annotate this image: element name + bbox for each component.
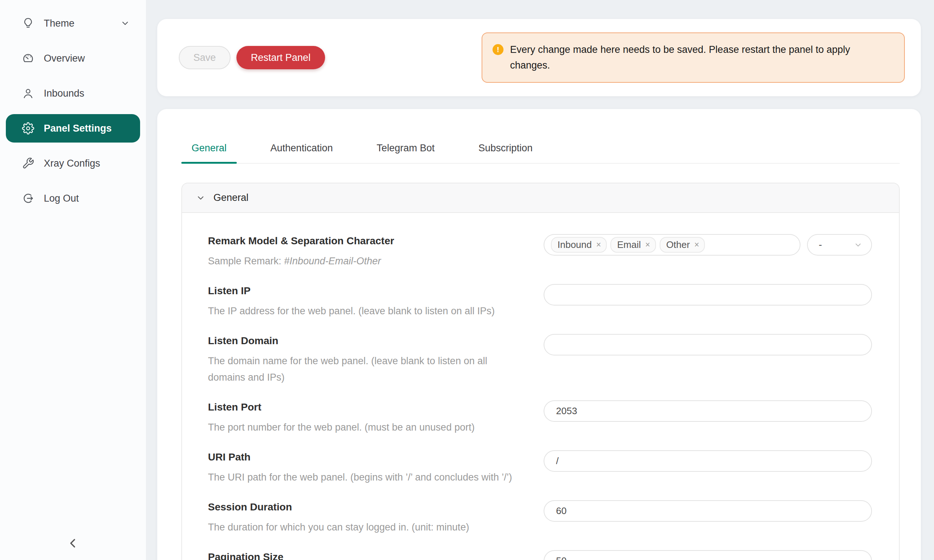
sidebar-item-inbounds[interactable]: Inbounds [6,79,140,108]
lightbulb-icon [22,17,34,29]
close-icon[interactable]: × [645,241,650,249]
user-icon [22,87,34,100]
sidebar-item-overview[interactable]: Overview [6,44,140,72]
settings-card: General Authentication Telegram Bot Subs… [157,109,921,560]
pagination-size-input[interactable] [544,550,872,560]
sidebar: Theme Overview Inbounds [0,0,146,560]
sample-remark-value: #Inbound-Email-Other [284,255,381,266]
sidebar-item-label: Xray Configs [44,158,100,169]
main-content: Save Restart Panel ! Every change made h… [146,0,934,560]
gear-icon [22,122,34,135]
field-label: Listen Port [208,400,529,414]
close-icon[interactable]: × [596,241,601,249]
general-collapse-panel: General Remark Model & Separation Charac… [181,183,900,560]
sidebar-item-xray-configs[interactable]: Xray Configs [6,149,140,178]
listen-ip-input[interactable] [544,284,872,306]
collapse-title: General [213,192,248,203]
field-label: Pagination Size [208,550,529,560]
sample-remark-prefix: Sample Remark: [208,255,284,266]
tab-subscription[interactable]: Subscription [468,133,543,163]
form-row-pagination-size: Pagination Size [208,550,872,560]
alert-text: Every change made here needs to be saved… [510,42,875,73]
field-description: Sample Remark: #Inbound-Email-Other [208,253,529,269]
tag-email: Email × [610,237,656,253]
sidebar-item-panel-settings[interactable]: Panel Settings [6,114,140,143]
warning-icon: ! [493,44,504,55]
field-label: URI Path [208,450,529,464]
field-description: The port number for the web panel. (must… [208,419,529,436]
form-row-listen-domain: Listen Domain The domain name for the we… [208,334,872,386]
separator-select[interactable]: - [807,234,872,255]
settings-tabs: General Authentication Telegram Bot Subs… [181,133,900,164]
save-button[interactable]: Save [179,46,231,69]
form-row-session-duration: Session Duration The duration for which … [208,500,872,535]
listen-domain-input[interactable] [544,334,872,355]
logout-icon [22,192,34,205]
tag-inbound: Inbound × [551,237,607,253]
field-label: Listen Domain [208,334,529,348]
field-label: Session Duration [208,500,529,514]
sidebar-item-label: Log Out [44,193,79,204]
sidebar-item-label: Panel Settings [44,123,112,134]
field-label: Remark Model & Separation Character [208,234,529,248]
sidebar-item-label: Inbounds [44,88,84,99]
tab-telegram-bot[interactable]: Telegram Bot [366,133,445,163]
dashboard-icon [22,52,34,65]
sidebar-item-label: Overview [44,53,85,64]
field-description: The IP address for the web panel. (leave… [208,303,529,319]
chevron-left-icon [66,536,80,551]
field-description: The duration for which you can stay logg… [208,519,529,535]
sidebar-item-label: Theme [44,18,74,29]
toolbar-card: Save Restart Panel ! Every change made h… [157,19,921,96]
field-description: The URI path for the web panel. (begins … [208,469,529,486]
general-collapse-header[interactable]: General [182,183,899,213]
restart-warning-alert: ! Every change made here needs to be sav… [482,32,905,83]
listen-port-input[interactable] [544,400,872,422]
session-duration-input[interactable] [544,500,872,522]
tab-general[interactable]: General [181,133,237,163]
tag-other: Other × [660,237,705,253]
remark-model-multiselect[interactable]: Inbound × Email × Other × [544,234,800,255]
chevron-down-icon [196,193,205,203]
tag-label: Email [617,239,641,251]
restart-panel-button[interactable]: Restart Panel [236,46,325,69]
tag-label: Other [666,239,690,251]
separator-select-value: - [819,239,822,251]
form-row-listen-port: Listen Port The port number for the web … [208,400,872,436]
uri-path-input[interactable] [544,450,872,472]
wrench-icon [22,157,34,169]
field-description: The domain name for the web panel. (leav… [208,353,518,386]
close-icon[interactable]: × [694,241,699,249]
tag-label: Inbound [558,239,592,251]
chevron-down-icon [854,241,863,249]
sidebar-collapse-button[interactable] [66,536,80,551]
sidebar-item-theme[interactable]: Theme [6,9,140,38]
general-form: Remark Model & Separation Character Samp… [182,213,899,560]
form-row-listen-ip: Listen IP The IP address for the web pan… [208,284,872,319]
field-label: Listen IP [208,284,529,298]
chevron-down-icon [120,18,130,28]
tab-authentication[interactable]: Authentication [260,133,343,163]
form-row-remark-model: Remark Model & Separation Character Samp… [208,234,872,269]
form-row-uri-path: URI Path The URI path for the web panel.… [208,450,872,486]
sidebar-item-log-out[interactable]: Log Out [6,184,140,212]
